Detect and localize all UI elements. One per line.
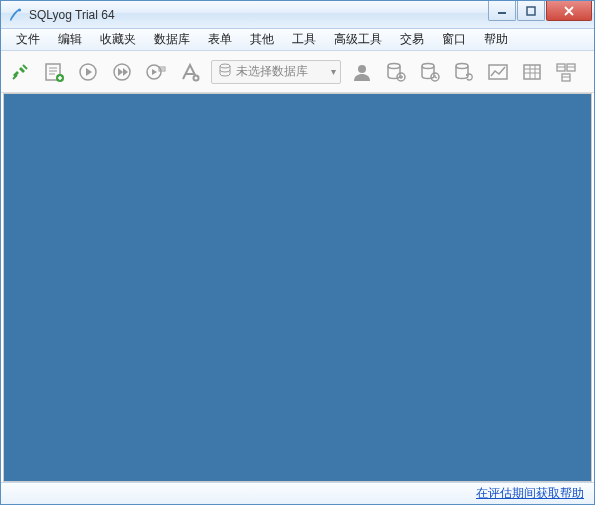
schedule-icon [419, 61, 441, 83]
menubar: 文件 编辑 收藏夹 数据库 表单 其他 工具 高级工具 交易 窗口 帮助 [1, 29, 594, 51]
backup-icon [385, 61, 407, 83]
help-link[interactable]: 在评估期间获取帮助 [476, 485, 584, 502]
toolbar: 未选择数据库 ▾ [1, 51, 594, 93]
svg-point-14 [195, 76, 198, 79]
svg-rect-2 [527, 7, 535, 15]
new-query-button[interactable] [41, 59, 67, 85]
svg-point-0 [18, 8, 21, 11]
app-icon [7, 7, 23, 23]
menu-powertools[interactable]: 高级工具 [325, 29, 391, 50]
execute-all-icon [111, 61, 133, 83]
table-button[interactable] [519, 59, 545, 85]
menu-table[interactable]: 表单 [199, 29, 241, 50]
window-controls [487, 1, 592, 21]
database-selector[interactable]: 未选择数据库 ▾ [211, 60, 341, 84]
menu-file[interactable]: 文件 [7, 29, 49, 50]
menu-window[interactable]: 窗口 [433, 29, 475, 50]
connect-icon [9, 61, 31, 83]
database-icon [218, 63, 232, 81]
svg-point-16 [358, 65, 366, 73]
visual-button[interactable] [485, 59, 511, 85]
svg-point-21 [456, 63, 468, 68]
execute-explain-icon [145, 61, 167, 83]
table-icon [521, 61, 543, 83]
menu-database[interactable]: 数据库 [145, 29, 199, 50]
menu-transactions[interactable]: 交易 [391, 29, 433, 50]
connect-button[interactable] [7, 59, 33, 85]
schema-icon [555, 61, 577, 83]
menu-edit[interactable]: 编辑 [49, 29, 91, 50]
execute-all-button[interactable] [109, 59, 135, 85]
window-title: SQLyog Trial 64 [29, 8, 487, 22]
svg-rect-1 [498, 12, 506, 14]
menu-favorites[interactable]: 收藏夹 [91, 29, 145, 50]
sync-icon [453, 61, 475, 83]
schema-button[interactable] [553, 59, 579, 85]
format-icon [179, 61, 201, 83]
minimize-button[interactable] [488, 1, 516, 21]
svg-point-15 [220, 64, 230, 68]
user-manager-button[interactable] [349, 59, 375, 85]
close-button[interactable] [546, 1, 592, 21]
menu-tools[interactable]: 工具 [283, 29, 325, 50]
maximize-button[interactable] [517, 1, 545, 21]
chevron-down-icon: ▾ [331, 66, 336, 77]
svg-rect-23 [524, 65, 540, 79]
user-icon [351, 61, 373, 83]
svg-point-19 [422, 63, 434, 68]
schedule-button[interactable] [417, 59, 443, 85]
visual-icon [487, 61, 509, 83]
svg-point-17 [388, 63, 400, 68]
new-query-icon [43, 61, 65, 83]
execute-button[interactable] [75, 59, 101, 85]
format-button[interactable] [177, 59, 203, 85]
backup-button[interactable] [383, 59, 409, 85]
statusbar: 在评估期间获取帮助 [1, 482, 594, 504]
app-window: SQLyog Trial 64 文件 编辑 收藏夹 数据库 表单 其他 工具 高… [0, 0, 595, 505]
sync-button[interactable] [451, 59, 477, 85]
titlebar: SQLyog Trial 64 [1, 1, 594, 29]
content-area [3, 93, 592, 482]
execute-icon [77, 61, 99, 83]
menu-help[interactable]: 帮助 [475, 29, 517, 50]
menu-others[interactable]: 其他 [241, 29, 283, 50]
execute-explain-button[interactable] [143, 59, 169, 85]
database-selector-text: 未选择数据库 [236, 63, 327, 80]
